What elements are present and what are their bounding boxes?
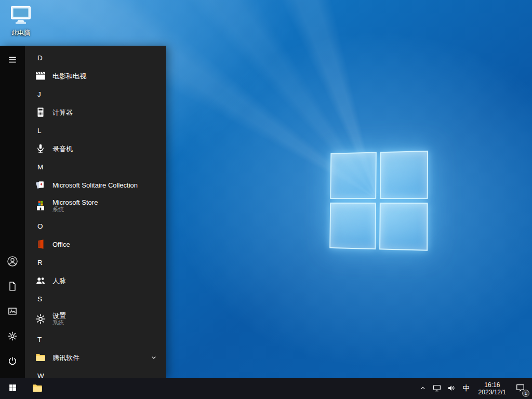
file-explorer-button[interactable] [25, 378, 50, 399]
section-letter-j[interactable]: J [25, 85, 166, 103]
logo-pane [379, 151, 428, 199]
gear-icon [33, 312, 48, 326]
network-tray-button[interactable] [430, 378, 444, 399]
start-app-microsoft-store[interactable]: Microsoft Store 系统 [25, 194, 166, 217]
start-app-solitaire[interactable]: Microsoft Solitaire Collection [25, 176, 166, 194]
start-app-calculator[interactable]: 计算器 [25, 103, 166, 122]
start-menu-rail [0, 46, 25, 378]
people-icon [33, 273, 48, 288]
action-center-button[interactable]: 1 [510, 378, 530, 399]
app-label: 设置 [52, 312, 66, 320]
desktop-icon-label: 此电脑 [11, 29, 30, 37]
app-label: 电影和电视 [52, 72, 86, 80]
start-app-office[interactable]: Office [25, 235, 166, 254]
desktop: 此电脑 [0, 0, 532, 399]
section-letter-d[interactable]: D [25, 49, 166, 66]
folder-icon [33, 350, 48, 365]
folder-icon [32, 382, 43, 395]
windows-logo-icon [8, 383, 17, 394]
start-app-people[interactable]: 人脉 [25, 271, 166, 290]
document-icon [7, 281, 18, 293]
volume-tray-button[interactable] [444, 378, 459, 399]
app-label: Microsoft Store [52, 198, 98, 206]
chevron-up-icon [419, 384, 427, 394]
start-app-list: D 电影和电视 J [25, 46, 166, 378]
movies-tv-icon [33, 69, 48, 83]
app-label: 人脉 [52, 277, 66, 285]
calculator-icon [33, 105, 48, 119]
system-tray: 中 16:16 2023/12/1 1 [416, 378, 532, 399]
logo-pane [330, 152, 376, 198]
clock-date: 2023/12/1 [478, 389, 506, 396]
app-sublabel: 系统 [52, 206, 98, 213]
section-letter-s[interactable]: S [25, 290, 166, 308]
documents-button[interactable] [0, 274, 25, 299]
section-letter-m[interactable]: M [25, 158, 166, 176]
start-expand-button[interactable] [0, 48, 25, 73]
app-label: 腾讯软件 [52, 354, 79, 362]
section-letter-l[interactable]: L [25, 122, 166, 139]
chevron-down-icon[interactable] [150, 353, 158, 362]
taskbar: 中 16:16 2023/12/1 1 [0, 378, 532, 399]
pictures-button[interactable] [0, 299, 25, 324]
user-account-button[interactable] [0, 249, 25, 274]
speaker-icon [447, 383, 456, 394]
store-icon [33, 198, 48, 213]
section-letter-o[interactable]: O [25, 217, 166, 235]
logo-pane [379, 203, 428, 251]
start-app-settings[interactable]: 设置 系统 [25, 308, 166, 330]
app-label: Office [52, 241, 70, 248]
notification-badge: 1 [522, 390, 529, 397]
tray-overflow-button[interactable] [416, 378, 430, 399]
office-icon [33, 237, 48, 251]
settings-button[interactable] [0, 324, 25, 349]
ime-indicator[interactable]: 中 [459, 378, 474, 399]
start-button[interactable] [0, 378, 25, 399]
windows-wallpaper-logo [329, 151, 428, 251]
solitaire-cards-icon [33, 178, 48, 192]
logo-pane [329, 202, 376, 249]
power-icon [7, 356, 18, 368]
network-icon [432, 383, 442, 394]
start-app-voice-recorder[interactable]: 录音机 [25, 139, 166, 158]
user-icon [6, 255, 19, 269]
gear-icon [7, 331, 18, 343]
this-pc-monitor-icon [9, 5, 32, 27]
pictures-icon [7, 306, 18, 318]
microphone-icon [33, 141, 48, 156]
start-rail-bottom [0, 249, 25, 374]
start-app-movies-tv[interactable]: 电影和电视 [25, 66, 166, 85]
clock-time: 16:16 [484, 381, 500, 389]
app-label: 计算器 [52, 109, 73, 116]
app-label: 录音机 [52, 145, 73, 153]
start-folder-tencent[interactable]: 腾讯软件 [25, 348, 166, 367]
app-sublabel: 系统 [52, 320, 66, 326]
hamburger-icon [7, 55, 18, 66]
desktop-icon-this-pc[interactable]: 此电脑 [6, 5, 35, 37]
section-letter-w[interactable]: W [25, 367, 166, 378]
taskbar-clock[interactable]: 16:16 2023/12/1 [474, 378, 510, 399]
section-letter-t[interactable]: T [25, 330, 166, 348]
app-label: Microsoft Solitaire Collection [52, 181, 138, 189]
section-letter-r[interactable]: R [25, 254, 166, 271]
start-menu: D 电影和电视 J [0, 46, 166, 378]
power-button[interactable] [0, 349, 25, 374]
